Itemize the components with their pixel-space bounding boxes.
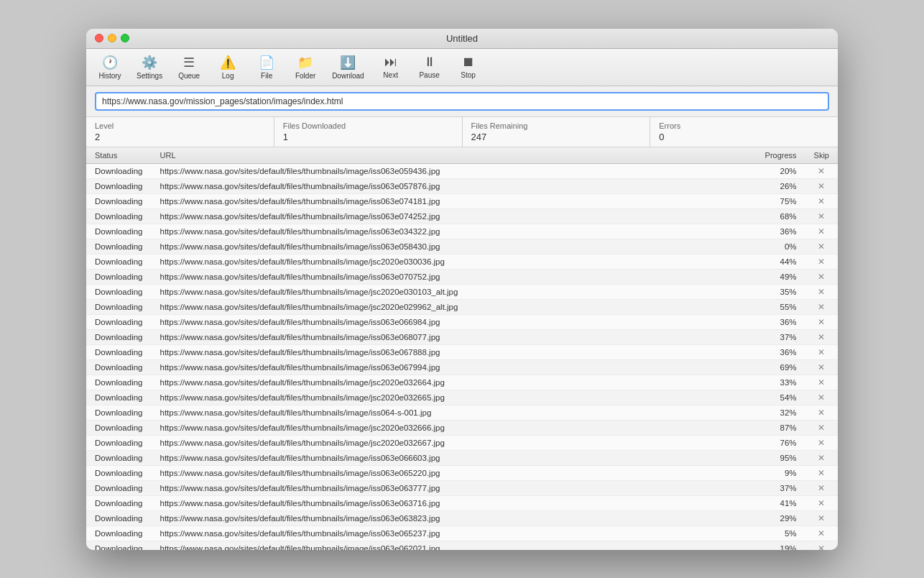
settings-button[interactable]: ⚙️ Settings: [131, 52, 168, 83]
cell-url: https://www.nasa.gov/sites/default/files…: [152, 480, 755, 495]
skip-button[interactable]: ✕: [818, 196, 825, 206]
table-row: Downloading https://www.nasa.gov/sites/d…: [86, 541, 838, 550]
cell-url: https://www.nasa.gov/sites/default/files…: [152, 224, 755, 239]
skip-button[interactable]: ✕: [818, 272, 825, 282]
cell-skip: ✕: [805, 435, 838, 450]
cell-progress: 54%: [755, 390, 805, 405]
cell-status: Downloading: [86, 510, 152, 526]
queue-icon: ☰: [183, 55, 195, 70]
skip-button[interactable]: ✕: [818, 211, 825, 221]
cell-url: https://www.nasa.gov/sites/default/files…: [152, 420, 755, 435]
cell-skip: ✕: [805, 526, 838, 541]
cell-skip: ✕: [805, 465, 838, 480]
download-label: Download: [332, 72, 364, 80]
skip-button[interactable]: ✕: [818, 468, 825, 478]
cell-skip: ✕: [805, 420, 838, 435]
cell-skip: ✕: [805, 450, 838, 465]
next-button[interactable]: ⏭ Next: [373, 52, 409, 82]
cell-status: Downloading: [86, 299, 152, 314]
stat-files-remaining-label: Files Remaining: [471, 121, 642, 130]
log-button[interactable]: ⚠️ Log: [210, 52, 246, 83]
table-row: Downloading https://www.nasa.gov/sites/d…: [86, 375, 838, 390]
table-row: Downloading https://www.nasa.gov/sites/d…: [86, 359, 838, 375]
cell-skip: ✕: [805, 510, 838, 526]
skip-button[interactable]: ✕: [818, 347, 825, 357]
cell-progress: 35%: [755, 284, 805, 299]
stop-button[interactable]: ⏹ Stop: [451, 52, 486, 82]
skip-button[interactable]: ✕: [818, 362, 825, 372]
skip-button[interactable]: ✕: [818, 513, 825, 523]
skip-button[interactable]: ✕: [818, 393, 825, 403]
stat-level: Level 2: [86, 117, 274, 147]
close-button[interactable]: [95, 34, 103, 42]
stat-errors-label: Errors: [659, 121, 829, 130]
cell-url: https://www.nasa.gov/sites/default/files…: [152, 299, 755, 314]
skip-button[interactable]: ✕: [818, 528, 825, 538]
history-icon: 🕐: [102, 55, 118, 70]
cell-status: Downloading: [86, 254, 152, 269]
skip-button[interactable]: ✕: [818, 438, 825, 448]
cell-progress: 41%: [755, 495, 805, 510]
stat-errors: Errors 0: [650, 117, 838, 147]
cell-status: Downloading: [86, 269, 152, 284]
cell-skip: ✕: [805, 329, 838, 344]
table-row: Downloading https://www.nasa.gov/sites/d…: [86, 480, 838, 495]
table-row: Downloading https://www.nasa.gov/sites/d…: [86, 254, 838, 269]
cell-progress: 19%: [755, 541, 805, 550]
table-row: Downloading https://www.nasa.gov/sites/d…: [86, 435, 838, 450]
cell-skip: ✕: [805, 178, 838, 193]
skip-button[interactable]: ✕: [818, 377, 825, 387]
cell-skip: ✕: [805, 390, 838, 405]
minimize-button[interactable]: [108, 34, 116, 42]
cell-url: https://www.nasa.gov/sites/default/files…: [152, 178, 755, 193]
downloads-table-container[interactable]: Status URL Progress Skip Downloading htt…: [86, 147, 838, 550]
cell-progress: 26%: [755, 178, 805, 193]
downloads-table: Status URL Progress Skip Downloading htt…: [86, 147, 838, 550]
skip-button[interactable]: ✕: [818, 423, 825, 433]
history-button[interactable]: 🕐 History: [92, 52, 128, 83]
skip-button[interactable]: ✕: [818, 302, 825, 312]
skip-button[interactable]: ✕: [818, 453, 825, 463]
cell-progress: 95%: [755, 450, 805, 465]
queue-button[interactable]: ☰ Queue: [171, 52, 207, 83]
skip-button[interactable]: ✕: [818, 257, 825, 267]
skip-button[interactable]: ✕: [818, 181, 825, 191]
cell-progress: 9%: [755, 465, 805, 480]
folder-button[interactable]: 📁 Folder: [287, 52, 323, 83]
table-row: Downloading https://www.nasa.gov/sites/d…: [86, 450, 838, 465]
cell-url: https://www.nasa.gov/sites/default/files…: [152, 239, 755, 254]
skip-button[interactable]: ✕: [818, 543, 825, 550]
stat-level-label: Level: [95, 121, 265, 130]
traffic-lights: [95, 34, 129, 42]
table-row: Downloading https://www.nasa.gov/sites/d…: [86, 495, 838, 510]
table-row: Downloading https://www.nasa.gov/sites/d…: [86, 526, 838, 541]
settings-icon: ⚙️: [142, 55, 157, 70]
cell-progress: 29%: [755, 510, 805, 526]
folder-icon: 📁: [297, 55, 313, 70]
skip-button[interactable]: ✕: [818, 483, 825, 493]
download-button[interactable]: ⬇️ Download: [326, 52, 369, 83]
skip-button[interactable]: ✕: [818, 166, 825, 176]
log-icon: ⚠️: [220, 55, 236, 70]
cell-progress: 37%: [755, 329, 805, 344]
table-row: Downloading https://www.nasa.gov/sites/d…: [86, 329, 838, 344]
cell-progress: 75%: [755, 193, 805, 208]
maximize-button[interactable]: [121, 34, 129, 42]
url-input[interactable]: [95, 92, 829, 111]
skip-button[interactable]: ✕: [818, 226, 825, 237]
cell-status: Downloading: [86, 495, 152, 510]
cell-status: Downloading: [86, 435, 152, 450]
cell-progress: 37%: [755, 480, 805, 495]
skip-button[interactable]: ✕: [818, 332, 825, 342]
skip-button[interactable]: ✕: [818, 317, 825, 327]
skip-button[interactable]: ✕: [818, 498, 825, 508]
pause-button[interactable]: ⏸ Pause: [412, 52, 448, 82]
skip-button[interactable]: ✕: [818, 287, 825, 297]
cell-progress: 20%: [755, 163, 805, 178]
cell-status: Downloading: [86, 163, 152, 178]
skip-button[interactable]: ✕: [818, 242, 825, 252]
cell-status: Downloading: [86, 405, 152, 420]
table-row: Downloading https://www.nasa.gov/sites/d…: [86, 208, 838, 224]
skip-button[interactable]: ✕: [818, 408, 825, 418]
file-button[interactable]: 📄 File: [249, 52, 285, 83]
